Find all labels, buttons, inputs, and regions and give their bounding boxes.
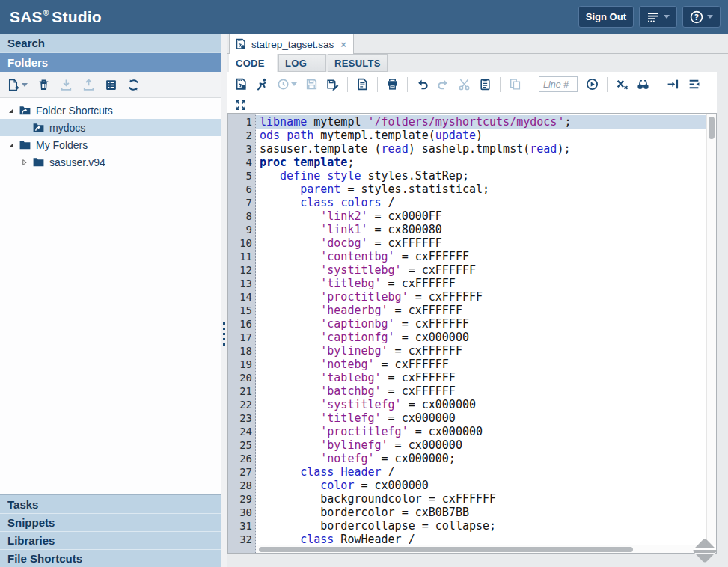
copy-button[interactable] <box>509 78 521 91</box>
tab-results-label: RESULTS <box>334 58 381 69</box>
code-line[interactable]: 'systitlebg' = cxFFFFFF <box>260 263 716 277</box>
find-button[interactable] <box>637 78 649 91</box>
code-line[interactable]: class Header / <box>260 465 716 479</box>
code-line[interactable]: 'titlebg' = cxFFFFFF <box>260 277 716 290</box>
code-line[interactable]: 'notefg' = cx000000; <box>260 452 716 465</box>
save-button[interactable] <box>305 78 318 91</box>
sign-out-button[interactable]: Sign Out <box>578 6 634 28</box>
download-button[interactable] <box>60 79 73 91</box>
tab-log[interactable]: LOG <box>278 54 326 72</box>
help-button[interactable] <box>682 6 721 28</box>
horizontal-scrollbar-thumb[interactable] <box>259 547 633 552</box>
submission-history-button[interactable] <box>277 78 297 91</box>
tree-item-mydocs[interactable]: mydocs <box>0 119 221 136</box>
code-line[interactable]: 'headerbg' = cxFFFFFF <box>260 304 716 317</box>
tree-item-label: mydocs <box>49 122 85 134</box>
code-lines[interactable]: libname mytempl '/folders/myshortcuts/my… <box>256 114 716 553</box>
code-line[interactable]: backgroundcolor = cxFFFFFF <box>260 492 716 506</box>
code-line[interactable]: 'captionfg' = cx000000 <box>260 331 716 344</box>
code-line[interactable]: 'docbg' = cxFFFFFF <box>260 236 716 250</box>
format-code-button[interactable] <box>688 78 700 91</box>
new-program-button[interactable] <box>235 78 248 91</box>
app-menu-button[interactable] <box>639 6 677 28</box>
undo-icon <box>416 78 429 91</box>
code-line[interactable]: 'proctitlefg' = cx000000 <box>260 425 716 438</box>
libraries-section-header[interactable]: Libraries <box>0 531 221 549</box>
refresh-button[interactable] <box>127 79 140 91</box>
code-line[interactable]: proc template; <box>260 156 716 169</box>
search-section-header[interactable]: Search <box>0 34 221 53</box>
redo-button[interactable] <box>437 78 450 91</box>
line-number: 17 <box>228 331 252 344</box>
save-as-icon <box>326 78 339 91</box>
clear-code-button[interactable] <box>616 78 628 91</box>
code-line[interactable]: bordercollapse = collapse; <box>260 519 716 533</box>
code-line[interactable]: 'proctitlebg' = cxFFFFFF <box>260 290 716 304</box>
copy-to-my-folders-button[interactable] <box>356 78 369 91</box>
maximize-view-button[interactable] <box>235 98 246 111</box>
code-line[interactable]: 'systitlefg' = cx000000 <box>260 398 716 411</box>
line-number: 24 <box>228 425 252 438</box>
goto-line-button[interactable] <box>586 78 599 91</box>
upload-button[interactable] <box>82 79 95 91</box>
snippets-section-header[interactable]: Snippets <box>0 513 221 531</box>
code-line[interactable]: class colors / <box>260 196 716 209</box>
product-name: Studio <box>52 8 102 26</box>
close-icon[interactable]: × <box>340 39 346 50</box>
save-as-button[interactable] <box>326 78 339 91</box>
code-line[interactable]: 'notebg' = cxFFFFFF <box>260 358 716 371</box>
tree-item-sasuser-v94[interactable]: sasuser.v94 <box>0 153 221 171</box>
code-line[interactable]: 'link1' = cx800080 <box>260 223 716 236</box>
code-line[interactable]: 'titlefg' = cx000000 <box>260 411 716 425</box>
run-button[interactable] <box>256 78 269 91</box>
file-shortcuts-section-header[interactable]: File Shortcuts <box>0 549 221 567</box>
code-line[interactable]: 'captionbg' = cxFFFFFF <box>260 317 716 331</box>
new-item-button[interactable] <box>7 79 28 91</box>
download-icon <box>60 79 73 91</box>
delete-button[interactable] <box>37 79 50 91</box>
sas-program-icon <box>235 78 248 91</box>
code-line[interactable]: parent = styles.statistical; <box>260 183 716 196</box>
code-line[interactable]: 'contentbg' = cxFFFFFF <box>260 250 716 263</box>
toolbar-separator <box>347 77 348 92</box>
code-line[interactable]: bordercolor = cxB0B7BB <box>260 506 716 519</box>
tab-code[interactable]: CODE <box>229 54 277 72</box>
code-line[interactable]: 'batchbg' = cxFFFFFF <box>260 384 716 398</box>
tree-item-my-folders[interactable]: My Folders <box>0 136 221 153</box>
code-line[interactable]: 'bylinefg' = cx000000 <box>260 438 716 452</box>
expanded-icon[interactable] <box>7 141 16 150</box>
copy-icon <box>509 78 521 91</box>
tasks-section-header[interactable]: Tasks <box>0 495 221 513</box>
tab-results[interactable]: RESULTS <box>328 54 388 72</box>
code-line[interactable]: define style styles.StatRep; <box>260 169 716 183</box>
code-line[interactable]: sasuser.template (read) sashelp.tmplmst(… <box>260 142 260 156</box>
brand-name: SAS <box>10 8 43 26</box>
goto-line-input[interactable] <box>539 76 578 92</box>
tab-statrep-tagset[interactable]: statrep_tagset.sas × <box>229 34 354 54</box>
code-line[interactable]: ods path mytempl.template(update) <box>260 129 716 142</box>
code-line[interactable]: 'link2' = cx0000FF <box>260 209 716 223</box>
indent-button[interactable] <box>667 78 679 91</box>
folders-section-header[interactable]: Folders <box>0 53 221 72</box>
properties-button[interactable] <box>105 79 117 91</box>
paste-button[interactable] <box>479 78 492 91</box>
code-line[interactable]: 'bylinebg' = cxFFFFFF <box>260 344 716 358</box>
undo-button[interactable] <box>416 78 429 91</box>
horizontal-scrollbar[interactable] <box>256 545 706 553</box>
vertical-scrollbar-thumb[interactable] <box>709 117 715 139</box>
print-button[interactable] <box>386 78 399 91</box>
tree-item-folder-shortcuts[interactable]: Folder Shortcuts <box>0 102 221 119</box>
expanded-icon[interactable] <box>7 106 16 115</box>
collapsed-icon[interactable] <box>20 158 29 167</box>
folder-shortcut-icon <box>32 121 45 134</box>
code-line[interactable]: color = cx000000 <box>260 479 716 492</box>
registered-mark: ® <box>43 9 49 17</box>
pane-splitter[interactable] <box>221 34 227 567</box>
maximize-icon <box>235 99 246 111</box>
vertical-scrollbar[interactable] <box>706 114 716 545</box>
code-line[interactable]: 'tablebg' = cxFFFFFF <box>260 371 716 384</box>
toolbar-separator <box>658 77 658 92</box>
cut-button[interactable] <box>458 78 471 91</box>
line-number: 25 <box>228 438 252 452</box>
code-line[interactable]: libname mytempl '/folders/myshortcuts/my… <box>256 115 716 129</box>
